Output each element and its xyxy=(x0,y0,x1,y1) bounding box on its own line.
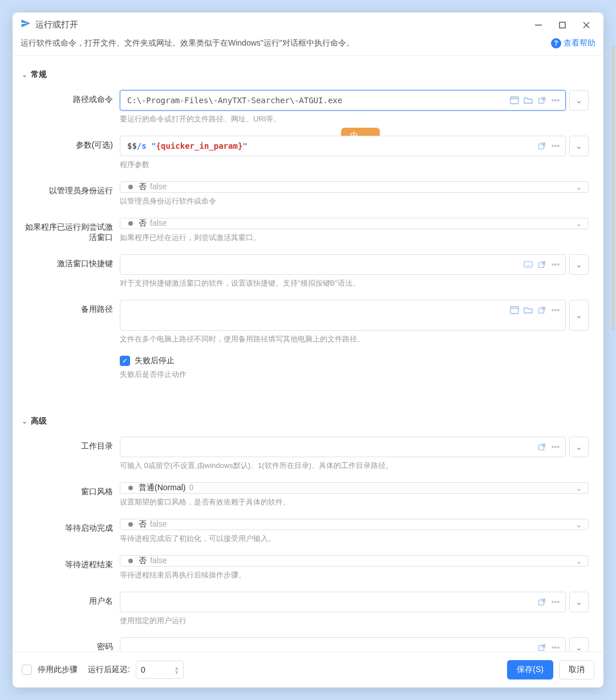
external-link-icon[interactable] xyxy=(537,597,547,607)
row-winstyle: 窗口风格 普通(Normal)0 ⌄ 设置期望的窗口风格，是否有效依赖于具体的软… xyxy=(22,482,589,516)
spinner-icon[interactable]: ▴▾ xyxy=(175,665,179,674)
bullet-icon xyxy=(128,486,133,490)
cancel-button[interactable]: 取消 xyxy=(559,660,594,679)
row-waitstart: 等待启动完成 否false ⌄ 等待进程完成后了初始化，可以接受用户输入。 xyxy=(22,519,589,553)
svg-line-20 xyxy=(542,307,545,310)
waitend-select[interactable]: 否false ⌄ xyxy=(120,555,589,567)
label-workdir: 工作目录 xyxy=(22,437,120,480)
browse-window-icon[interactable] xyxy=(509,305,520,315)
helper-params: 程序参数 xyxy=(120,160,589,170)
runas-value: 否 xyxy=(139,182,147,191)
label-waitend: 等待进程结束 xyxy=(22,555,120,589)
backup-input[interactable]: ••• xyxy=(120,300,566,331)
bullet-icon xyxy=(128,559,133,563)
row-activate: 如果程序已运行则尝试激活窗口 否false ⌄ 如果程序已经在运行，则尝试激活其… xyxy=(22,218,589,252)
label-password: 密码 xyxy=(22,637,120,652)
hotkey-input[interactable]: ••• xyxy=(120,254,566,275)
folder-icon[interactable] xyxy=(523,305,533,315)
waitend-suffix: false xyxy=(150,556,167,565)
section-general-header[interactable]: ⌄ 常规 xyxy=(22,70,589,80)
folder-icon[interactable] xyxy=(523,95,533,105)
helper-stoponfail: 失败后是否停止动作 xyxy=(120,369,589,380)
help-link[interactable]: ? 查看帮助 xyxy=(551,38,595,48)
params-input[interactable]: $$/s "{quicker_in_param}" ••• xyxy=(120,136,566,156)
label-runas: 以管理员身份运行 xyxy=(22,181,120,215)
section-advanced-header[interactable]: ⌄ 高级 xyxy=(22,416,589,426)
path-value: C:\ProgramFiles\AnyTXTSearcher\ATGUI.exe xyxy=(127,96,509,105)
helper-backup: 文件在多个电脑上路径不同时，使用备用路径填写其他电脑上的文件路径。 xyxy=(120,334,589,344)
helper-hotkey: 对于支持快捷键激活窗口的软件，设置该快捷键。支持"模拟按键B"语法。 xyxy=(120,278,589,288)
external-link-icon[interactable] xyxy=(537,259,547,270)
more-icon[interactable]: ••• xyxy=(550,259,561,270)
runas-suffix: false xyxy=(150,182,167,191)
external-link-icon[interactable] xyxy=(537,305,547,315)
more-icon[interactable]: ••• xyxy=(550,442,561,452)
waitend-value: 否 xyxy=(139,556,147,565)
disable-step-checkbox[interactable] xyxy=(22,665,32,675)
path-input[interactable]: C:\ProgramFiles\AnyTXTSearcher\ATGUI.exe… xyxy=(120,90,566,111)
bullet-icon xyxy=(128,185,133,189)
activate-value: 否 xyxy=(139,218,147,227)
label-hotkey: 激活窗口快捷键 xyxy=(22,254,120,298)
section-advanced-title: 高级 xyxy=(31,416,47,426)
activate-suffix: false xyxy=(150,218,167,227)
path-dropdown[interactable]: ⌄ xyxy=(569,90,589,111)
chevron-down-icon: ⌄ xyxy=(22,71,27,79)
footer: 停用此步骤 运行后延迟: 0 ▴▾ 保存(S) 取消 xyxy=(13,652,603,687)
row-runas: 以管理员身份运行 否false ⌄ 以管理员身份运行软件或命令 xyxy=(22,181,589,215)
more-icon[interactable]: ••• xyxy=(550,141,561,151)
chevron-down-icon: ⌄ xyxy=(576,483,582,493)
external-link-icon[interactable] xyxy=(537,442,547,452)
row-username: 用户名 ••• ⌄ 使用指定的用户运行 xyxy=(22,592,589,635)
runas-select[interactable]: 否false ⌄ xyxy=(120,181,589,193)
more-icon[interactable]: ••• xyxy=(550,305,561,315)
content-area: 中 。 ⌄ 常规 路径或命令 C:\ProgramFiles\AnyTXTSea… xyxy=(13,56,603,652)
activate-select[interactable]: 否false ⌄ xyxy=(120,218,589,229)
help-label: 查看帮助 xyxy=(564,38,595,48)
external-link-icon[interactable] xyxy=(537,642,547,652)
row-path: 路径或命令 C:\ProgramFiles\AnyTXTSearcher\ATG… xyxy=(22,90,589,133)
browse-window-icon[interactable] xyxy=(509,95,520,105)
chevron-down-icon: ⌄ xyxy=(576,182,582,192)
more-icon[interactable]: ••• xyxy=(550,642,561,652)
more-icon[interactable]: ••• xyxy=(550,597,561,607)
svg-line-9 xyxy=(542,143,545,146)
username-input[interactable]: ••• xyxy=(120,592,566,612)
delay-input[interactable]: 0 ▴▾ xyxy=(136,661,184,679)
hotkey-dropdown[interactable]: ⌄ xyxy=(569,254,589,275)
winstyle-select[interactable]: 普通(Normal)0 ⌄ xyxy=(120,482,589,494)
more-icon[interactable]: ••• xyxy=(550,95,561,105)
svg-line-22 xyxy=(542,444,545,447)
bullet-icon xyxy=(128,522,133,527)
waitstart-select[interactable]: 否false ⌄ xyxy=(120,519,589,530)
waitstart-value: 否 xyxy=(139,519,147,528)
external-link-icon[interactable] xyxy=(537,141,547,151)
keyboard-icon[interactable] xyxy=(523,259,533,270)
workdir-dropdown[interactable]: ⌄ xyxy=(569,437,589,457)
chevron-down-icon: ⌄ xyxy=(576,520,582,529)
minimize-button[interactable] xyxy=(534,21,543,30)
label-activate: 如果程序已运行则尝试激活窗口 xyxy=(22,218,120,252)
label-username: 用户名 xyxy=(22,592,120,635)
label-path: 路径或命令 xyxy=(22,90,120,133)
helper-activate: 如果程序已经在运行，则尝试激活其窗口。 xyxy=(120,233,589,243)
close-button[interactable] xyxy=(582,21,591,30)
winstyle-value: 普通(Normal) xyxy=(139,483,185,492)
external-link-icon[interactable] xyxy=(537,95,547,105)
maximize-button[interactable] xyxy=(558,21,567,30)
save-button[interactable]: 保存(S) xyxy=(507,660,553,679)
backup-dropdown[interactable]: ⌄ xyxy=(569,300,589,331)
svg-rect-1 xyxy=(560,22,565,28)
svg-rect-4 xyxy=(510,97,518,104)
username-dropdown[interactable]: ⌄ xyxy=(569,592,589,612)
password-input[interactable]: ••• xyxy=(120,637,566,652)
delay-label: 运行后延迟: xyxy=(88,665,130,675)
helper-winstyle: 设置期望的窗口风格，是否有效依赖于具体的软件。 xyxy=(120,497,589,507)
params-dropdown[interactable]: ⌄ xyxy=(569,136,589,156)
password-dropdown[interactable]: ⌄ xyxy=(569,637,589,652)
chevron-down-icon: ⌄ xyxy=(576,556,582,565)
workdir-input[interactable]: ••• xyxy=(120,437,566,457)
chevron-down-icon: ⌄ xyxy=(576,219,582,228)
svg-line-7 xyxy=(542,97,545,100)
stop-on-fail-checkbox[interactable]: ✓ xyxy=(120,356,130,366)
